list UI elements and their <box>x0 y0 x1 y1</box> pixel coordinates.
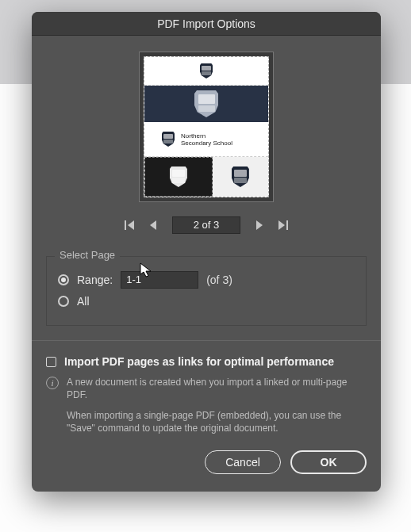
crest-icon <box>232 166 249 187</box>
pdf-import-options-dialog: PDF Import Options Northern Secondar <box>32 12 381 492</box>
svg-marker-4 <box>278 220 285 230</box>
svg-rect-5 <box>286 220 288 230</box>
select-page-panel: Select Page Range: 1-1 (of 3) All <box>46 256 367 326</box>
page-indicator-input[interactable]: 2 of 3 <box>172 216 240 234</box>
next-page-icon[interactable] <box>253 220 264 231</box>
preview-row-3: Northern Secondary School <box>144 122 268 157</box>
crest-icon <box>194 90 218 117</box>
info-text: A new document is created when you impor… <box>67 376 367 434</box>
range-label: Range: <box>77 274 113 286</box>
preview-canvas: Northern Secondary School <box>144 56 269 197</box>
preview-text-line1: Northern <box>181 132 232 140</box>
all-radio[interactable] <box>58 296 69 307</box>
info-block: i A new document is created when you imp… <box>46 376 367 434</box>
info-paragraph-2: When importing a single-page PDF (embedd… <box>67 409 367 434</box>
svg-marker-3 <box>256 220 263 230</box>
all-option-row[interactable]: All <box>58 295 355 308</box>
dialog-titlebar: PDF Import Options <box>32 12 381 36</box>
import-as-links-checkbox[interactable] <box>46 357 56 367</box>
info-paragraph-1: A new document is created when you impor… <box>67 376 367 401</box>
preview-row-4-right <box>213 166 268 187</box>
page-navigator: 2 of 3 <box>125 216 288 234</box>
preview-text-line2: Secondary School <box>181 140 232 147</box>
svg-rect-0 <box>125 220 126 230</box>
preview-row-1 <box>144 57 268 86</box>
select-page-label: Select Page <box>55 249 120 261</box>
dialog-buttons: Cancel OK <box>32 434 381 492</box>
preview-area: Northern Secondary School <box>46 52 367 234</box>
last-page-icon[interactable] <box>277 220 288 231</box>
range-input[interactable]: 1-1 <box>121 271 198 289</box>
dialog-title: PDF Import Options <box>157 17 255 30</box>
first-page-icon[interactable] <box>125 220 136 231</box>
cancel-button[interactable]: Cancel <box>205 450 281 474</box>
import-as-links-label: Import PDF pages as links for optimal pe… <box>64 355 334 368</box>
preview-row-2 <box>144 86 268 122</box>
divider <box>32 340 381 341</box>
crest-icon <box>170 166 187 187</box>
range-radio[interactable] <box>58 274 69 285</box>
svg-marker-1 <box>128 220 134 230</box>
range-option-row[interactable]: Range: 1-1 (of 3) <box>58 271 355 289</box>
crest-icon <box>200 63 213 78</box>
preview-school-name: Northern Secondary School <box>181 132 232 147</box>
info-icon: i <box>46 377 59 389</box>
all-label: All <box>77 295 90 308</box>
svg-marker-2 <box>150 220 156 230</box>
crest-icon <box>162 132 175 147</box>
dialog-content: Northern Secondary School <box>32 36 381 434</box>
ok-button[interactable]: OK <box>290 450 367 474</box>
range-suffix: (of 3) <box>206 274 232 286</box>
prev-page-icon[interactable] <box>148 220 159 231</box>
preview-row-4-left <box>144 157 213 197</box>
import-as-links-row[interactable]: Import PDF pages as links for optimal pe… <box>46 355 367 368</box>
preview-row-4 <box>144 157 268 197</box>
page-preview: Northern Secondary School <box>139 52 274 202</box>
